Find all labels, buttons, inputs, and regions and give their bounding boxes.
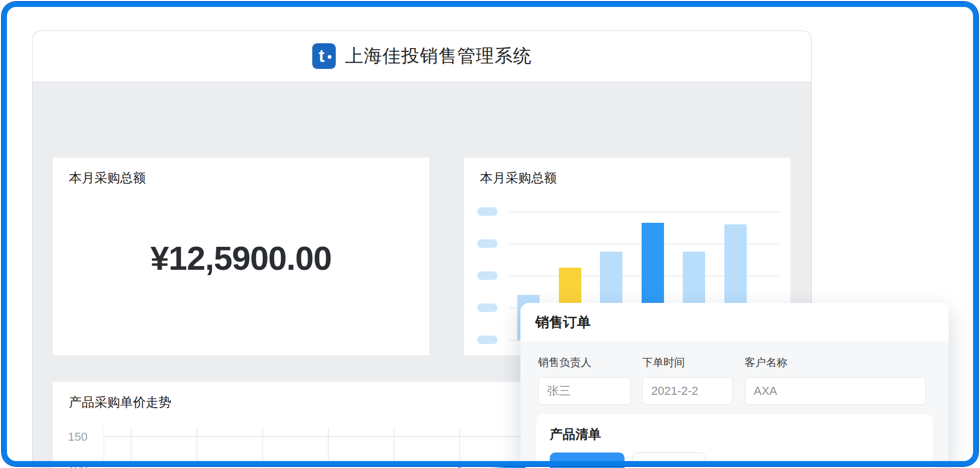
customer-name-label: 客户名称 [745, 355, 926, 370]
app-logo-icon: t [312, 43, 336, 69]
app-title: 上海佳投销售管理系统 [345, 44, 532, 68]
y-axis-pill-tick [477, 336, 497, 344]
app-header: t 上海佳投销售管理系统 [33, 31, 811, 81]
y-axis-pill-tick [477, 271, 497, 280]
y-axis-pill-tick [477, 207, 497, 216]
logo-letter: t [319, 47, 325, 65]
sales-order-title: 销售订单 [535, 313, 591, 332]
sales-person-label: 销售负责人 [538, 355, 631, 370]
product-list-title: 产品清单 [550, 426, 601, 443]
bar-chart-title: 本月采购总额 [480, 169, 557, 186]
field-customer-name: 客户名称 [745, 355, 926, 405]
trend-line-chart [104, 425, 525, 468]
logo-dot [328, 55, 331, 59]
trend-chart-title: 产品采购单价走势 [69, 394, 171, 411]
y-tick-150: 150 [66, 430, 88, 444]
order-time-label: 下单时间 [642, 355, 733, 370]
sales-order-header: 销售订单 [520, 303, 949, 341]
customer-name-input[interactable] [745, 377, 926, 405]
purchase-total-card: 本月采购总额 ¥12,5900.00 [53, 158, 429, 355]
sales-person-input[interactable] [538, 377, 631, 405]
field-sales-person: 销售负责人 [538, 355, 631, 405]
field-order-time: 下单时间 [642, 355, 733, 405]
y-tick-100: 100 [66, 462, 88, 468]
y-axis-pill-tick [477, 303, 497, 312]
product-list-section: 产品清单 [536, 414, 932, 468]
purchase-total-amount: ¥12,5900.00 [53, 239, 429, 277]
product-list-primary-button-partial[interactable] [550, 453, 625, 468]
purchase-total-title: 本月采购总额 [69, 169, 146, 186]
product-list-secondary-button-partial[interactable] [632, 453, 706, 468]
order-time-input[interactable] [642, 377, 733, 405]
y-axis-pill-tick [477, 239, 497, 248]
sales-order-panel: 销售订单 销售负责人 下单时间 客户名称 产品清单 [520, 303, 949, 468]
